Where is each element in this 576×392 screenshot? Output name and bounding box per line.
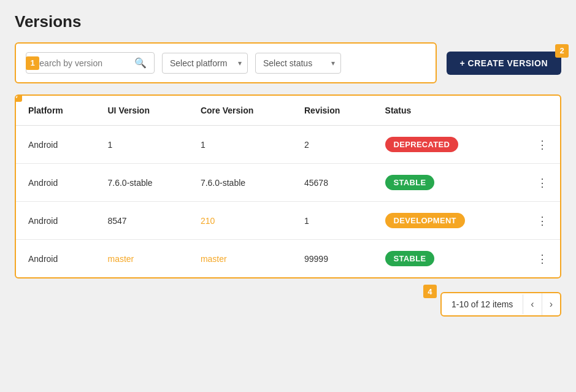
status-select[interactable]: Select status Stable Deprecated Developm… (255, 53, 341, 74)
cell-actions: ⋮ (512, 164, 560, 202)
col-ui-version: UI Version (96, 96, 188, 126)
cell-core-version: 210 (188, 202, 292, 240)
cell-ui-version: 8547 (96, 202, 188, 240)
cell-core-version: master (188, 240, 292, 278)
table-header-row: Platform UI Version Core Version Revisio… (16, 96, 560, 126)
section-badge-2: 2 (555, 44, 569, 58)
cell-actions: ⋮ (512, 126, 560, 164)
cell-ui-version: 1 (96, 126, 188, 164)
cell-core-version: 7.6.0-stable (188, 164, 292, 202)
cell-ui-version: 7.6.0-stable (96, 164, 188, 202)
core-version-link[interactable]: 210 (201, 216, 215, 226)
section-badge-4: 4 (423, 285, 437, 298)
table-row: Android 7.6.0-stable 7.6.0-stable 45678 … (16, 164, 560, 202)
cell-platform: Android (16, 126, 96, 164)
cell-platform: Android (16, 164, 96, 202)
section-badge-1: 1 (26, 56, 39, 70)
pagination-container: 4 1-10 of 12 items ‹ › (440, 292, 561, 317)
status-select-wrapper: Select status Stable Deprecated Developm… (255, 53, 341, 74)
cell-actions: ⋮ (512, 240, 560, 278)
more-menu-button[interactable]: ⋮ (524, 214, 548, 228)
status-badge: STABLE (385, 175, 435, 190)
create-section: 2 + CREATE VERSION (447, 52, 562, 75)
pagination-section: 1-10 of 12 items ‹ › (440, 292, 561, 317)
col-platform: Platform (16, 96, 96, 126)
cell-status: DEVELOPMENT (373, 202, 513, 240)
platform-select-wrapper: Select platform Android iOS Web ▾ (162, 53, 248, 74)
cell-revision: 1 (292, 202, 373, 240)
next-page-button[interactable]: › (542, 294, 560, 315)
cell-revision: 45678 (292, 164, 373, 202)
search-wrapper: 🔍 (26, 52, 155, 74)
cell-status: STABLE (373, 240, 513, 278)
platform-select[interactable]: Select platform Android iOS Web (162, 53, 248, 74)
pagination-row: 4 1-10 of 12 items ‹ › (15, 288, 561, 320)
prev-page-button[interactable]: ‹ (523, 294, 541, 315)
status-badge: STABLE (385, 251, 435, 266)
cell-status: STABLE (373, 164, 513, 202)
section-badge-3: 3 (15, 94, 22, 102)
cell-ui-version: master (96, 240, 188, 278)
more-menu-button[interactable]: ⋮ (524, 138, 548, 152)
top-row: 1 🔍 Select platform Android iOS Web ▾ Se… (15, 42, 561, 83)
more-menu-button[interactable]: ⋮ (524, 176, 548, 190)
search-icon: 🔍 (134, 57, 147, 69)
table-row: Android 1 1 2 DEPRECATED ⋮ (16, 126, 560, 164)
col-actions (512, 96, 560, 126)
pagination-info: 1-10 of 12 items (442, 294, 523, 314)
cell-revision: 2 (292, 126, 373, 164)
cell-status: DEPRECATED (373, 126, 513, 164)
filter-section: 1 🔍 Select platform Android iOS Web ▾ Se… (15, 42, 437, 83)
search-input[interactable] (34, 58, 131, 68)
col-status: Status (373, 96, 513, 126)
table-section: 3 Platform UI Version Core Version Revis… (15, 94, 561, 279)
col-revision: Revision (292, 96, 373, 126)
status-badge: DEVELOPMENT (385, 213, 465, 228)
cell-platform: Android (16, 240, 96, 278)
cell-core-version: 1 (188, 126, 292, 164)
status-badge: DEPRECATED (385, 137, 459, 152)
cell-revision: 99999 (292, 240, 373, 278)
versions-table: Platform UI Version Core Version Revisio… (16, 96, 560, 277)
page-title: Versions (15, 12, 561, 31)
ui-version-link[interactable]: master (108, 254, 134, 264)
more-menu-button[interactable]: ⋮ (524, 252, 548, 266)
create-version-button[interactable]: + CREATE VERSION (447, 52, 562, 75)
col-core-version: Core Version (188, 96, 292, 126)
core-version-link[interactable]: master (201, 254, 227, 264)
cell-actions: ⋮ (512, 202, 560, 240)
cell-platform: Android (16, 202, 96, 240)
table-row: Android master master 99999 STABLE ⋮ (16, 240, 560, 278)
table-row: Android 8547 210 1 DEVELOPMENT ⋮ (16, 202, 560, 240)
